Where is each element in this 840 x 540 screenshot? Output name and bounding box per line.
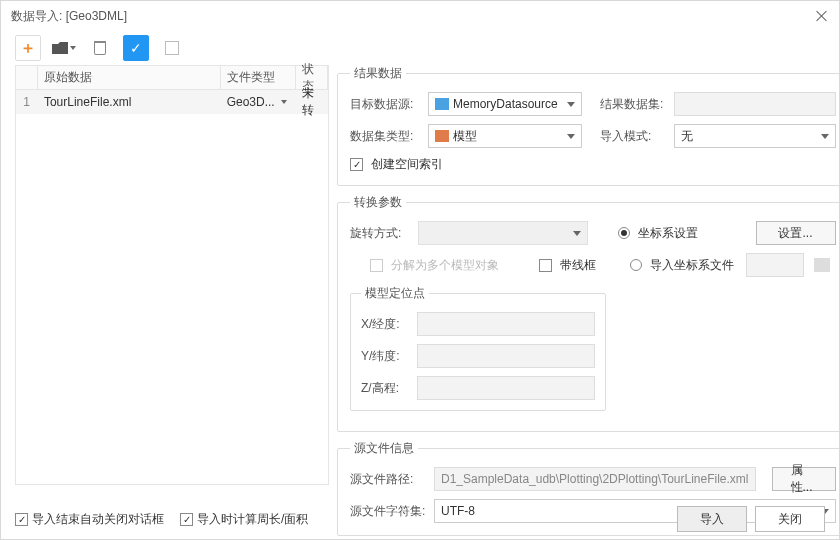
square-icon: [165, 41, 179, 55]
rotation-select: [418, 221, 588, 245]
add-button[interactable]: ＋: [15, 35, 41, 61]
y-input[interactable]: [417, 344, 595, 368]
col-source[interactable]: 原始数据: [38, 66, 221, 89]
spatial-index-label: 创建空间索引: [371, 156, 443, 173]
file-grid: 原始数据 文件类型 状态 1 TourLineFile.xml Geo3D...…: [15, 65, 329, 485]
x-label: X/经度:: [361, 316, 409, 333]
spatial-index-checkbox[interactable]: [350, 158, 363, 171]
transform-legend: 转换参数: [350, 194, 406, 211]
source-legend: 源文件信息: [350, 440, 418, 457]
import-coord-radio[interactable]: [630, 259, 642, 271]
check-icon: ✓: [130, 40, 142, 56]
anchor-group: 模型定位点 X/经度: Y/纬度: Z/高程:: [350, 285, 606, 411]
rotation-label: 旋转方式:: [350, 225, 410, 242]
cell-status: 未转: [296, 90, 328, 114]
settings-button[interactable]: 设置...: [756, 221, 836, 245]
target-ds-label: 目标数据源:: [350, 96, 420, 113]
target-ds-select[interactable]: MemoryDatasource: [428, 92, 582, 116]
y-label: Y/纬度:: [361, 348, 409, 365]
deselect-button[interactable]: [159, 35, 185, 61]
col-index[interactable]: [16, 66, 38, 89]
window-title: 数据导入: [Geo3DML]: [11, 8, 127, 25]
split-checkbox: [370, 259, 383, 272]
folder-icon: [52, 42, 68, 54]
split-label: 分解为多个模型对象: [391, 257, 499, 274]
properties-button[interactable]: 属性...: [772, 467, 836, 491]
folder-button[interactable]: [51, 35, 77, 61]
calc-checkbox[interactable]: [180, 513, 193, 526]
dataset-type-select[interactable]: 模型: [428, 124, 582, 148]
dataset-type-label: 数据集类型:: [350, 128, 420, 145]
auto-close-checkbox[interactable]: [15, 513, 28, 526]
result-group: 结果数据 目标数据源: MemoryDatasource 结果数据集: 数据集类…: [337, 65, 840, 186]
import-coord-label: 导入坐标系文件: [650, 257, 734, 274]
col-type[interactable]: 文件类型: [221, 66, 297, 89]
import-button[interactable]: 导入: [677, 506, 747, 532]
plus-icon: ＋: [20, 38, 36, 59]
result-ds-label: 结果数据集:: [600, 96, 666, 113]
result-legend: 结果数据: [350, 65, 406, 82]
import-mode-label: 导入模式:: [600, 128, 666, 145]
auto-close-label: 导入结束自动关闭对话框: [32, 511, 164, 528]
z-label: Z/高程:: [361, 380, 409, 397]
coord-set-radio[interactable]: [618, 227, 630, 239]
wireframe-checkbox[interactable]: [539, 259, 552, 272]
import-mode-select[interactable]: 无: [674, 124, 836, 148]
select-all-button[interactable]: ✓: [123, 35, 149, 61]
browse-icon: [814, 258, 830, 272]
source-path-input: D1_SampleData_udb\Plotting\2DPlotting\To…: [434, 467, 756, 491]
cell-index: 1: [16, 90, 38, 114]
cell-type[interactable]: Geo3D...: [221, 90, 297, 114]
cell-name: TourLineFile.xml: [38, 90, 221, 114]
calc-label: 导入时计算周长/面积: [197, 511, 308, 528]
close-icon[interactable]: [815, 9, 829, 23]
transform-group: 转换参数 旋转方式: 坐标系设置 设置... 分解为多个模型对象 带线框 导入坐…: [337, 194, 840, 432]
result-ds-input[interactable]: [674, 92, 836, 116]
coord-file-input: [746, 253, 804, 277]
model-icon: [435, 130, 449, 142]
anchor-legend: 模型定位点: [361, 285, 429, 302]
chevron-down-icon: [70, 46, 76, 50]
x-input[interactable]: [417, 312, 595, 336]
delete-button[interactable]: [87, 35, 113, 61]
chevron-down-icon: [281, 100, 287, 104]
trash-icon: [94, 41, 106, 55]
z-input[interactable]: [417, 376, 595, 400]
datasource-icon: [435, 98, 449, 110]
close-button[interactable]: 关闭: [755, 506, 825, 532]
source-path-label: 源文件路径:: [350, 471, 426, 488]
coord-set-label: 坐标系设置: [638, 225, 698, 242]
table-row[interactable]: 1 TourLineFile.xml Geo3D... 未转: [16, 90, 328, 114]
wireframe-label: 带线框: [560, 257, 596, 274]
